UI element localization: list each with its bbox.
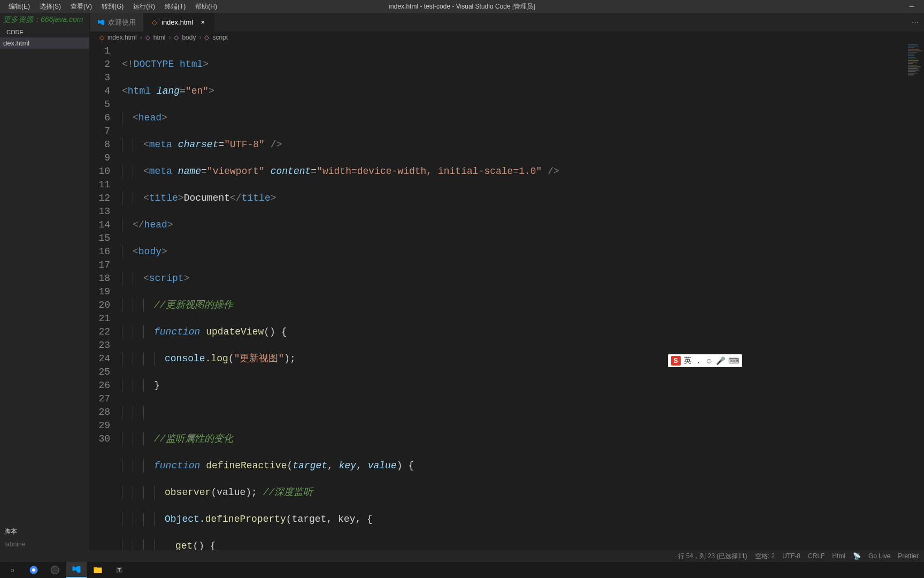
status-prettier[interactable]: Prettier: [898, 552, 919, 560]
svg-rect-3: [94, 568, 102, 574]
menu-help[interactable]: 帮助(H): [191, 1, 221, 12]
line-gutter: 12345678910 11121314151617181920 2122232…: [90, 43, 122, 550]
sidebar-scripts[interactable]: 脚本: [0, 525, 90, 538]
status-spaces[interactable]: 空格: 2: [755, 552, 775, 561]
tab-indexhtml[interactable]: ◇ index.html ×: [143, 13, 214, 32]
status-bar: 行 54，列 23 (已选择11) 空格: 2 UTF-8 CRLF Html …: [0, 550, 924, 562]
tab-welcome[interactable]: 欢迎使用: [90, 13, 143, 32]
ime-lang[interactable]: 英: [684, 356, 691, 366]
svg-rect-4: [94, 567, 97, 568]
status-eol[interactable]: CRLF: [808, 552, 825, 560]
menu-terminal[interactable]: 终端(T): [160, 1, 190, 12]
sidebar-section-code[interactable]: CODE: [0, 27, 89, 37]
status-lang[interactable]: Html: [832, 552, 845, 560]
menu-bar: 编辑(E) 选择(S) 查看(V) 转到(G) 运行(R) 终端(T) 帮助(H…: [0, 1, 221, 12]
window-title: index.html - test-code - Visual Studio C…: [389, 2, 535, 11]
broadcast-icon[interactable]: 📡: [853, 552, 861, 560]
taskbar: ○ T: [0, 562, 924, 578]
taskbar-typora[interactable]: T: [109, 562, 129, 578]
ime-punct[interactable]: ，: [695, 356, 702, 366]
ime-panel[interactable]: S 英 ， ☺ 🎤 ⌨: [668, 354, 742, 367]
menu-run[interactable]: 运行(R): [129, 1, 159, 12]
keyboard-icon[interactable]: ⌨: [728, 356, 739, 365]
taskbar-chrome[interactable]: [24, 562, 44, 578]
tag-icon: ◇: [204, 34, 209, 41]
close-icon[interactable]: ×: [198, 18, 207, 26]
code-editor[interactable]: 12345678910 11121314151617181920 2122232…: [90, 43, 924, 550]
sogou-ime-icon: S: [671, 356, 681, 366]
svg-text:T: T: [118, 567, 121, 573]
watermark-text: 更多资源：666java.com: [0, 13, 89, 27]
breadcrumb-html[interactable]: html: [153, 34, 166, 41]
svg-point-1: [32, 568, 35, 572]
minimize-button[interactable]: ─: [899, 0, 924, 13]
menu-go[interactable]: 转到(G): [97, 1, 128, 12]
breadcrumb[interactable]: ◇ index.html › ◇ html › ◇ body › ◇ scrip…: [90, 32, 924, 43]
breadcrumb-script[interactable]: script: [212, 34, 228, 41]
tab-welcome-label: 欢迎使用: [108, 18, 136, 27]
chevron-right-icon: ›: [140, 34, 142, 41]
tag-icon: ◇: [174, 34, 179, 41]
editor-area: 欢迎使用 ◇ index.html × ⋯ ◇ index.html › ◇ h…: [90, 13, 924, 550]
code-content[interactable]: <!DOCTYPE html> <html lang="en"> <head> …: [122, 43, 924, 550]
minimap[interactable]: [908, 43, 924, 150]
tab-overflow-icon[interactable]: ⋯: [912, 18, 919, 26]
chevron-right-icon: ›: [168, 34, 171, 41]
sidebar: 更多资源：666java.com CODE dex.html 脚本 tabnin…: [0, 13, 90, 550]
sidebar-file-indexhtml[interactable]: dex.html: [0, 37, 89, 49]
start-button[interactable]: ○: [2, 562, 22, 578]
html-file-icon: ◇: [151, 19, 158, 26]
vscode-icon: [97, 19, 105, 26]
tag-icon: ◇: [145, 34, 150, 41]
menu-selection[interactable]: 选择(S): [35, 1, 65, 12]
mic-icon[interactable]: 🎤: [716, 356, 725, 365]
smile-icon[interactable]: ☺: [705, 356, 713, 365]
menu-view[interactable]: 查看(V): [66, 1, 96, 12]
taskbar-explorer[interactable]: [88, 562, 108, 578]
tab-indexhtml-label: index.html: [161, 18, 193, 26]
status-encoding[interactable]: UTF-8: [782, 552, 800, 560]
taskbar-vscode[interactable]: [66, 562, 87, 578]
sidebar-tabnine[interactable]: tabnine: [0, 538, 90, 550]
breadcrumb-file[interactable]: index.html: [107, 34, 137, 41]
status-golive[interactable]: Go Live: [868, 552, 890, 560]
status-lncol[interactable]: 行 54，列 23 (已选择11): [678, 552, 748, 561]
svg-point-2: [51, 566, 59, 574]
chevron-right-icon: ›: [199, 34, 201, 41]
title-bar: 编辑(E) 选择(S) 查看(V) 转到(G) 运行(R) 终端(T) 帮助(H…: [0, 0, 924, 13]
taskbar-obs[interactable]: [45, 562, 65, 578]
tab-bar: 欢迎使用 ◇ index.html × ⋯: [90, 13, 924, 32]
html-file-icon: ◇: [99, 34, 104, 41]
breadcrumb-body[interactable]: body: [182, 34, 196, 41]
window-controls: ─: [899, 0, 924, 13]
menu-edit[interactable]: 编辑(E): [4, 1, 34, 12]
